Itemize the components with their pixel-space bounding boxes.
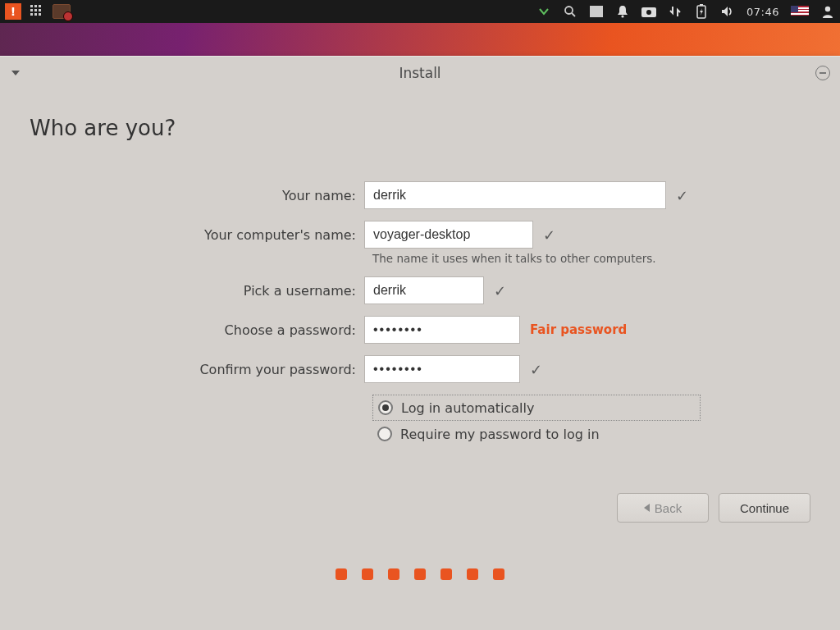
login-auto-label: Log in automatically bbox=[401, 400, 534, 416]
login-options: Log in automatically Require my password… bbox=[372, 395, 701, 447]
top-panel: ! 07:46 bbox=[0, 0, 840, 23]
your-name-label: Your name: bbox=[30, 188, 364, 203]
progress-dot bbox=[414, 568, 426, 580]
window-titlebar: Install bbox=[0, 57, 840, 89]
us-flag-icon[interactable] bbox=[791, 6, 809, 17]
row-password: Choose a password: Fair password bbox=[30, 316, 810, 344]
radio-icon bbox=[377, 427, 392, 441]
camera-icon[interactable] bbox=[641, 4, 656, 19]
back-button-label: Back bbox=[655, 501, 682, 515]
progress-dot bbox=[467, 568, 478, 580]
continue-button-label: Continue bbox=[740, 501, 789, 515]
installer-content: Who are you? Your name: ✓ Your computer'… bbox=[0, 89, 840, 542]
progress-dot bbox=[493, 568, 504, 580]
user-form: Your name: ✓ Your computer's name: ✓ The… bbox=[30, 181, 810, 523]
window-menu-caret-icon[interactable] bbox=[11, 71, 20, 75]
your-name-input[interactable] bbox=[364, 181, 666, 209]
computer-name-input[interactable] bbox=[364, 221, 533, 249]
apps-menu-icon[interactable] bbox=[30, 4, 44, 19]
radio-icon bbox=[378, 400, 393, 415]
check-icon: ✓ bbox=[676, 187, 688, 204]
distro-logo-icon[interactable]: ! bbox=[5, 3, 21, 20]
page-heading: Who are you? bbox=[30, 116, 810, 140]
row-username: Pick a username: ✓ bbox=[30, 276, 810, 304]
svg-point-3 bbox=[621, 15, 623, 17]
dropdown-caret-icon[interactable] bbox=[536, 4, 551, 19]
password-strength: Fair password bbox=[530, 322, 627, 337]
svg-line-1 bbox=[572, 13, 575, 16]
progress-dot bbox=[441, 568, 452, 580]
user-icon[interactable] bbox=[820, 4, 835, 19]
check-icon: ✓ bbox=[494, 282, 506, 299]
login-require-label: Require my password to log in bbox=[400, 427, 600, 442]
svg-point-8 bbox=[825, 7, 830, 11]
progress-dot bbox=[336, 568, 347, 580]
progress-dot bbox=[388, 568, 399, 580]
svg-point-5 bbox=[646, 10, 651, 15]
login-require-option[interactable]: Require my password to log in bbox=[372, 421, 701, 447]
svg-rect-7 bbox=[700, 4, 703, 6]
search-icon[interactable] bbox=[563, 4, 578, 19]
back-button[interactable]: Back bbox=[617, 493, 709, 523]
computer-name-helper: The name it uses when it talks to other … bbox=[372, 252, 810, 265]
check-icon: ✓ bbox=[543, 226, 555, 244]
row-computer-name: Your computer's name: ✓ bbox=[30, 221, 810, 249]
computer-name-label: Your computer's name: bbox=[30, 227, 364, 243]
row-your-name: Your name: ✓ bbox=[30, 181, 810, 209]
password-input[interactable] bbox=[364, 316, 520, 344]
confirm-password-input[interactable] bbox=[364, 355, 520, 383]
network-icon[interactable] bbox=[668, 4, 682, 19]
confirm-password-label: Confirm your password: bbox=[30, 362, 364, 377]
window-title: Install bbox=[399, 65, 441, 81]
svg-rect-2 bbox=[590, 6, 603, 17]
battery-icon[interactable] bbox=[694, 4, 709, 19]
notifications-icon[interactable] bbox=[615, 4, 630, 19]
volume-icon[interactable] bbox=[720, 4, 735, 19]
minimize-button[interactable] bbox=[815, 66, 830, 80]
progress-indicator bbox=[336, 568, 504, 580]
svg-point-0 bbox=[565, 7, 573, 14]
installer-window: Install Who are you? Your name: ✓ Your c… bbox=[0, 56, 840, 630]
row-confirm-password: Confirm your password: ✓ bbox=[30, 355, 810, 383]
continue-button[interactable]: Continue bbox=[719, 493, 810, 523]
username-label: Pick a username: bbox=[30, 283, 364, 299]
clock[interactable]: 07:46 bbox=[746, 6, 779, 18]
nav-buttons: Back Continue bbox=[30, 493, 810, 523]
login-auto-option[interactable]: Log in automatically bbox=[372, 395, 701, 421]
progress-dot bbox=[362, 568, 373, 580]
keyboard-layout-indicator-icon[interactable] bbox=[52, 4, 71, 19]
workspace-icon[interactable] bbox=[589, 4, 604, 19]
arrow-left-icon bbox=[644, 504, 650, 512]
check-icon: ✓ bbox=[530, 361, 542, 378]
username-input[interactable] bbox=[364, 276, 484, 304]
password-label: Choose a password: bbox=[30, 322, 364, 338]
